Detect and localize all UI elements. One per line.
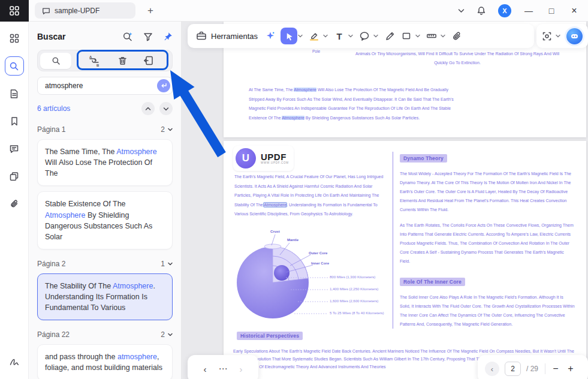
search-submit-button[interactable] bbox=[157, 79, 170, 92]
panels-grid-icon[interactable] bbox=[5, 29, 24, 48]
toolbox-icon bbox=[196, 31, 207, 41]
zoom-out-button[interactable]: − bbox=[551, 363, 560, 374]
search-panel-title: Buscar bbox=[37, 32, 122, 41]
document-area: Pole Animals Or Tiny Microorganisms, Wil… bbox=[182, 22, 588, 379]
historical-perspectives-heading: Historical Perspectives bbox=[237, 332, 303, 340]
zoom-in-button[interactable]: + bbox=[566, 363, 575, 374]
comment-tool-button[interactable] bbox=[356, 28, 373, 44]
group-collapse-chevron-icon[interactable] bbox=[168, 333, 173, 336]
nav-back-button[interactable]: ‹ bbox=[204, 364, 207, 374]
svg-text:A: A bbox=[89, 55, 92, 59]
pin-panel-icon[interactable] bbox=[163, 32, 173, 41]
search-input[interactable] bbox=[37, 77, 173, 95]
page1-intro-text: Animals Or Tiny Microorganisms, Will Fin… bbox=[349, 49, 565, 67]
pdf-page-2[interactable]: U UPDF WWW.UPDF.COM The Earth's Magnetic… bbox=[224, 141, 586, 379]
text-tool-button[interactable]: T bbox=[331, 28, 348, 44]
ai-sparkle-icon[interactable] bbox=[265, 31, 276, 41]
layer-label-crust: Crust bbox=[270, 230, 280, 233]
delete-results-trash-icon[interactable] bbox=[117, 56, 128, 66]
nav-forward-button[interactable]: › bbox=[240, 364, 243, 374]
thumbnails-icon[interactable] bbox=[5, 84, 24, 103]
group-label: Página 1 bbox=[37, 125, 65, 134]
group-collapse-chevron-icon[interactable] bbox=[168, 128, 173, 131]
notifications-bell-icon[interactable] bbox=[477, 6, 486, 16]
select-tool-button[interactable] bbox=[281, 28, 297, 44]
filter-icon[interactable] bbox=[143, 32, 153, 41]
group-collapse-chevron-icon[interactable] bbox=[168, 262, 173, 266]
home-button[interactable] bbox=[0, 0, 29, 22]
updf-ai-assistant-button[interactable] bbox=[566, 28, 583, 44]
current-page-input[interactable]: 2 bbox=[505, 362, 521, 376]
main-toolbar: Herramientas T bbox=[188, 24, 534, 48]
comments-icon[interactable] bbox=[5, 139, 24, 158]
measure-tool-chevron-icon[interactable] bbox=[441, 34, 445, 38]
highlight-tool-chevron-icon[interactable] bbox=[323, 34, 328, 38]
pdf-text: Will Also Lose The Protection Of The Mag… bbox=[249, 88, 454, 120]
shape-tool-button[interactable] bbox=[398, 28, 415, 44]
next-result-button[interactable] bbox=[159, 102, 173, 115]
search-panel-icon[interactable] bbox=[5, 56, 24, 76]
screenshot-tool-icon[interactable] bbox=[542, 31, 552, 41]
result-group-page1[interactable]: Página 1 2 bbox=[37, 125, 173, 134]
pdf-text: At The Same Time, The bbox=[249, 88, 294, 92]
inner-core-heading: Role Of The Inner Core bbox=[400, 278, 465, 286]
nav-more-button[interactable]: ⋯ bbox=[219, 363, 228, 374]
attachments-icon[interactable] bbox=[5, 194, 24, 213]
extract-page-icon[interactable] bbox=[143, 55, 154, 66]
search-match-highlight: Atmosphere bbox=[282, 116, 304, 120]
select-tool-chevron-icon[interactable] bbox=[298, 34, 303, 38]
group-label: Página 2 bbox=[37, 260, 65, 268]
highlight-tool-button[interactable] bbox=[306, 28, 322, 44]
tab-list-chevron-icon[interactable] bbox=[458, 8, 465, 13]
new-tab-button[interactable]: + bbox=[144, 5, 157, 17]
signature-icon[interactable] bbox=[5, 353, 24, 372]
pen-tool-button[interactable] bbox=[381, 28, 398, 44]
results-count: 6 artículos bbox=[37, 104, 137, 113]
updf-app-window: sample-UPDF + X — □ × bbox=[0, 0, 588, 379]
dynamo-paragraph-1: The Most Widely - Accepted Theory For Th… bbox=[400, 169, 575, 214]
result-group-page2[interactable]: Página 2 1 bbox=[37, 260, 173, 268]
search-result-item[interactable]: The Same Time, The Atmosphere Will Also … bbox=[37, 139, 173, 186]
measure-tool-button[interactable] bbox=[423, 28, 440, 44]
layer-label-outer-core: Outer Core bbox=[309, 251, 327, 255]
ai-search-icon[interactable] bbox=[122, 31, 133, 42]
close-button[interactable]: × bbox=[569, 5, 580, 16]
search-mode-button[interactable] bbox=[40, 53, 71, 69]
shape-tool-chevron-icon[interactable] bbox=[415, 34, 420, 38]
page-pager-bar: ‹ 2 / 29 − + bbox=[478, 355, 588, 379]
previous-result-button[interactable] bbox=[141, 102, 155, 115]
result-match: Atmosphere bbox=[45, 211, 85, 219]
inner-core-paragraph: The Solid Inner Core Also Plays A Role I… bbox=[400, 293, 575, 329]
screenshot-tool-chevron-icon[interactable] bbox=[556, 34, 560, 38]
measurement-outer-core: 800 Miles (1,300 Kilometers) bbox=[330, 275, 375, 279]
search-result-item-selected[interactable]: The Stability Of The Atmosphere. Underst… bbox=[37, 273, 173, 320]
comment-tool-chevron-icon[interactable] bbox=[373, 34, 378, 38]
bookmarks-icon[interactable] bbox=[5, 112, 24, 131]
group-count: 2 bbox=[161, 330, 165, 339]
attach-tool-button[interactable] bbox=[448, 28, 465, 44]
text-tool-chevron-icon[interactable] bbox=[348, 34, 353, 38]
page1-paragraph: At The Same Time, The Atmosphere Will Al… bbox=[249, 85, 456, 122]
minimize-button[interactable]: — bbox=[523, 6, 534, 16]
user-avatar[interactable]: X bbox=[498, 4, 511, 17]
result-group-page22[interactable]: Página 22 2 bbox=[37, 330, 173, 339]
svg-text:B: B bbox=[97, 64, 99, 67]
text-tool-glyph: T bbox=[336, 31, 342, 41]
search-result-item[interactable]: and pass through the atmosphere, foliage… bbox=[37, 344, 173, 379]
updf-logo-url: WWW.UPDF.COM bbox=[261, 161, 289, 164]
search-result-item[interactable]: Stable Existence Of The Atmosphere By Sh… bbox=[37, 191, 173, 249]
total-pages-label: / 29 bbox=[526, 365, 538, 373]
page-navigation-bar: ‹ ⋯ › bbox=[188, 355, 258, 379]
result-text: Will Also Lose The Protection Of The bbox=[45, 158, 152, 178]
previous-page-button[interactable]: ‹ bbox=[485, 362, 499, 376]
replace-all-icon[interactable]: A B bbox=[87, 53, 101, 68]
left-sidebar-rail bbox=[0, 22, 29, 379]
document-tab[interactable]: sample-UPDF bbox=[35, 2, 135, 19]
result-match: atmosphere bbox=[117, 353, 157, 361]
titlebar: sample-UPDF + X — □ × bbox=[0, 0, 588, 22]
page-organize-icon[interactable] bbox=[5, 167, 24, 186]
maximize-button[interactable]: □ bbox=[546, 6, 557, 16]
layer-label-mantle: Mantle bbox=[287, 238, 298, 242]
tools-menu-button[interactable]: Herramientas bbox=[194, 31, 260, 41]
page2-intro-paragraph: The Earth's Magnetic Field, A Crucial Fe… bbox=[234, 172, 385, 219]
